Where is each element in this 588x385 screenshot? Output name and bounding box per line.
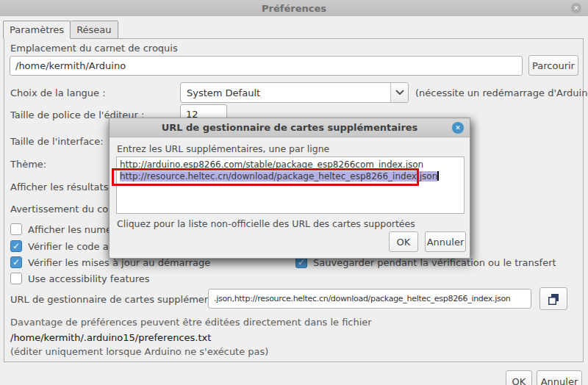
boards-url-dialog: URL de gestionnaire de cartes supplément… [109, 118, 470, 259]
dialog-title: URL de gestionnaire de cartes supplément… [162, 122, 418, 133]
interface-scale-label: Taille de l'interface: [10, 136, 104, 147]
preferences-ok-button[interactable]: OK [506, 370, 532, 385]
footer-note-line1: Davantage de préférences peuvent être éd… [10, 317, 372, 328]
checkbox-accessibility-label: Use accessibility features [28, 273, 150, 284]
theme-label: Thème: [10, 159, 46, 170]
dialog-ok-button[interactable]: OK [389, 231, 418, 252]
language-selected-value: System Default [181, 87, 390, 98]
checkbox-check-updates-label: Vérifier les mises à jour au démarrage [28, 257, 210, 268]
urls-textarea[interactable]: http://arduino.esp8266.com/stable/packag… [116, 156, 465, 214]
window-titlebar: Préférences [0, 0, 588, 16]
sketchbook-input[interactable] [10, 56, 523, 76]
url-line-2[interactable]: http://resource.heltec.cn/download/packa… [117, 170, 464, 182]
selected-url-text: http://resource.heltec.cn/download/packa… [120, 171, 437, 181]
url-line-1[interactable]: http://arduino.esp8266.com/stable/packag… [117, 159, 464, 170]
dialog-instruction: Entrez les URL supplémentaires, une par … [117, 143, 329, 154]
tab-parametres[interactable]: Paramètres [3, 21, 71, 39]
boards-url-input[interactable] [208, 289, 531, 309]
checkbox-line-numbers[interactable] [10, 223, 22, 235]
language-dropdown-button[interactable] [390, 83, 408, 102]
preferences-cancel-button[interactable]: Annuler [537, 370, 582, 385]
checkbox-accessibility[interactable] [10, 273, 22, 284]
boards-url-edit-button[interactable] [539, 287, 567, 310]
footer-note-line3: (éditer uniquement lorsque Arduino ne s'… [10, 346, 268, 357]
checkbox-verify-code[interactable] [10, 240, 22, 252]
language-restart-note: (nécessite un redémarrage d'Arduino) [415, 87, 588, 98]
boards-url-label: URL de gestionnaire de cartes supplément… [10, 294, 237, 305]
text-caret [437, 171, 439, 181]
chevron-down-icon [395, 90, 404, 96]
verbose-output-label: Afficher les résultats dé [10, 181, 123, 192]
checkbox-save-on-verify-label: Sauvegarder pendant la vérification ou l… [313, 257, 556, 268]
dialog-titlebar: URL de gestionnaire de cartes supplément… [110, 118, 470, 137]
checkbox-check-updates[interactable] [10, 256, 22, 268]
tab-reseau[interactable]: Réseau [71, 21, 118, 39]
copy-window-icon [547, 292, 560, 306]
window-title: Préférences [262, 3, 326, 14]
tab-bar: Paramètres Réseau [3, 21, 118, 39]
language-label: Choix de la langue : [10, 87, 106, 98]
sketchbook-label: Emplacement du carnet de croquis [10, 43, 178, 54]
browse-button[interactable]: Parcourir [528, 55, 578, 76]
preferences-file-path: /home/kermith/.arduino15/preferences.txt [10, 332, 211, 343]
window-close-icon[interactable]: ✕ [571, 3, 581, 13]
unofficial-urls-link[interactable]: Cliquez pour la liste non-officielle des… [117, 218, 415, 229]
dialog-cancel-button[interactable]: Annuler [425, 231, 466, 252]
dialog-close-icon[interactable]: ✕ [452, 122, 464, 134]
language-select[interactable]: System Default [180, 82, 409, 103]
